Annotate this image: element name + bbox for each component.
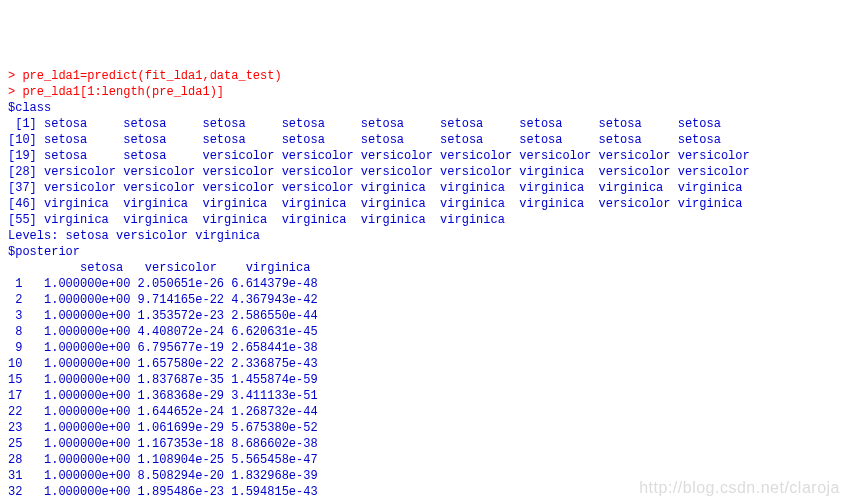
class-row: [37] versicolor versicolor versicolor ve… <box>8 180 856 196</box>
posterior-row: 15 1.000000e+00 1.837687e-35 1.455874e-5… <box>8 372 856 388</box>
posterior-row: 8 1.000000e+00 4.408072e-24 6.620631e-45 <box>8 324 856 340</box>
posterior-row: 25 1.000000e+00 1.167353e-18 8.686602e-3… <box>8 436 856 452</box>
posterior-header: $posterior <box>8 244 856 260</box>
class-row: [1] setosa setosa setosa setosa setosa s… <box>8 116 856 132</box>
class-header: $class <box>8 100 856 116</box>
posterior-col-header: setosa versicolor virginica <box>8 260 856 276</box>
class-row: [55] virginica virginica virginica virgi… <box>8 212 856 228</box>
posterior-row: 2 1.000000e+00 9.714165e-22 4.367943e-42 <box>8 292 856 308</box>
class-row: [19] setosa setosa versicolor versicolor… <box>8 148 856 164</box>
levels-line: Levels: setosa versicolor virginica <box>8 228 856 244</box>
posterior-row: 10 1.000000e+00 1.657580e-22 2.336875e-4… <box>8 356 856 372</box>
posterior-row: 1 1.000000e+00 2.050651e-26 6.614379e-48 <box>8 276 856 292</box>
posterior-row: 31 1.000000e+00 8.508294e-20 1.832968e-3… <box>8 468 856 484</box>
class-row: [10] setosa setosa setosa setosa setosa … <box>8 132 856 148</box>
command-line: > pre_lda1=predict(fit_lda1,data_test) <box>8 68 856 84</box>
console-output[interactable]: > pre_lda1=predict(fit_lda1,data_test)> … <box>8 68 856 502</box>
posterior-row: 3 1.000000e+00 1.353572e-23 2.586550e-44 <box>8 308 856 324</box>
posterior-row: 32 1.000000e+00 1.895486e-23 1.594815e-4… <box>8 484 856 500</box>
class-row: [46] virginica virginica virginica virgi… <box>8 196 856 212</box>
command-line: > pre_lda1[1:length(pre_lda1)] <box>8 84 856 100</box>
posterior-row: 9 1.000000e+00 6.795677e-19 2.658441e-38 <box>8 340 856 356</box>
posterior-row: 23 1.000000e+00 1.061699e-29 5.675380e-5… <box>8 420 856 436</box>
posterior-row: 22 1.000000e+00 1.644652e-24 1.268732e-4… <box>8 404 856 420</box>
posterior-row: 28 1.000000e+00 1.108904e-25 5.565458e-4… <box>8 452 856 468</box>
posterior-row: 17 1.000000e+00 1.368368e-29 3.411133e-5… <box>8 388 856 404</box>
class-row: [28] versicolor versicolor versicolor ve… <box>8 164 856 180</box>
